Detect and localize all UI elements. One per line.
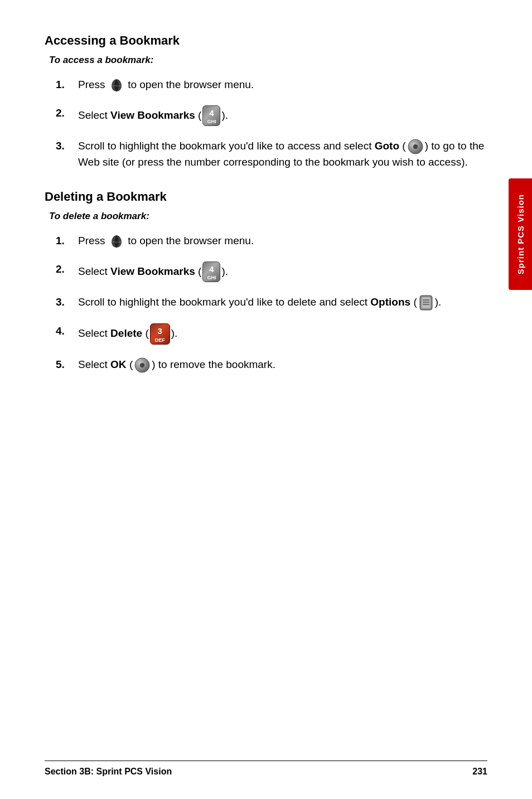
svg-point-10: [140, 363, 144, 367]
options-icon: [419, 294, 433, 311]
page-container: Sprint PCS Vision Accessing a Bookmark T…: [0, 0, 532, 799]
step-content: Select View Bookmarks ( 4GHI ).: [78, 262, 487, 283]
step-number: 2.: [56, 105, 72, 122]
key-4ghi: 4GHI: [202, 105, 220, 127]
section2-sublabel: To delete a bookmark:: [49, 211, 487, 222]
delete-label: Delete: [110, 327, 142, 339]
section2-heading: Deleting a Bookmark: [45, 190, 487, 204]
goto-label: Goto: [375, 140, 399, 152]
browser-menu-icon2: [110, 234, 123, 249]
view-bookmarks-label: View Bookmarks: [110, 109, 195, 120]
options-label: Options: [370, 297, 410, 308]
section-accessing-bookmark: Accessing a Bookmark To access a bookmar…: [45, 33, 487, 170]
section1-step3: 3. Scroll to highlight the bookmark you'…: [56, 138, 487, 170]
section2-step2: 2. Select View Bookmarks ( 4GHI ).: [56, 262, 487, 283]
section2-step1: 1. Press to open the browser menu.: [56, 233, 487, 249]
browser-menu-icon: [110, 78, 123, 93]
section1-steps: 1. Press to open the browser menu. 2. Se…: [56, 77, 487, 170]
section1-heading: Accessing a Bookmark: [45, 33, 487, 48]
step-content: Select Delete ( 3DEF ).: [78, 323, 487, 345]
step-number: 3.: [56, 138, 72, 154]
step-content: Press to open the browser menu.: [78, 233, 487, 249]
section1-sublabel: To access a bookmark:: [49, 55, 487, 66]
step-number: 3.: [56, 294, 72, 311]
step-content: Scroll to highlight the bookmark you'd l…: [78, 294, 487, 311]
section1-step1: 1. Press to open the browser menu.: [56, 77, 487, 93]
section2-step5: 5. Select OK ( ) to remo: [56, 357, 487, 373]
page-footer: Section 3B: Sprint PCS Vision 231: [45, 761, 487, 777]
step-content: Press to open the browser menu.: [78, 77, 487, 93]
step-number: 1.: [56, 233, 72, 249]
view-bookmarks-label2: View Bookmarks: [110, 265, 195, 277]
section2-step4: 4. Select Delete ( 3DEF ).: [56, 323, 487, 345]
section2-steps: 1. Press to open the browser menu. 2. Se…: [56, 233, 487, 372]
step-content: Select OK ( ) to remove the bookmark.: [78, 357, 487, 373]
side-tab: Sprint PCS Vision: [509, 178, 532, 290]
step-number: 2.: [56, 262, 72, 278]
section2-step3: 3. Scroll to highlight the bookmark you'…: [56, 294, 487, 311]
svg-point-2: [413, 144, 418, 149]
step-number: 1.: [56, 77, 72, 93]
ok-icon: [134, 357, 150, 373]
ok-label: OK: [110, 359, 127, 370]
goto-icon: [408, 139, 423, 154]
key-3def: 3DEF: [150, 323, 170, 345]
step-number: 5.: [56, 357, 72, 373]
section1-step2: 2. Select View Bookmarks ( 4GHI ).: [56, 105, 487, 127]
footer-page-number: 231: [472, 767, 487, 777]
key-4ghi2: 4GHI: [202, 262, 220, 283]
step-number: 4.: [56, 323, 72, 340]
svg-rect-5: [422, 297, 431, 308]
section-deleting-bookmark: Deleting a Bookmark To delete a bookmark…: [45, 190, 487, 372]
footer-left-text: Section 3B: Sprint PCS Vision: [45, 767, 172, 777]
step-content: Select View Bookmarks ( 4GHI ).: [78, 105, 487, 127]
step-content: Scroll to highlight the bookmark you'd l…: [78, 138, 487, 170]
side-tab-text: Sprint PCS Vision: [516, 194, 525, 274]
